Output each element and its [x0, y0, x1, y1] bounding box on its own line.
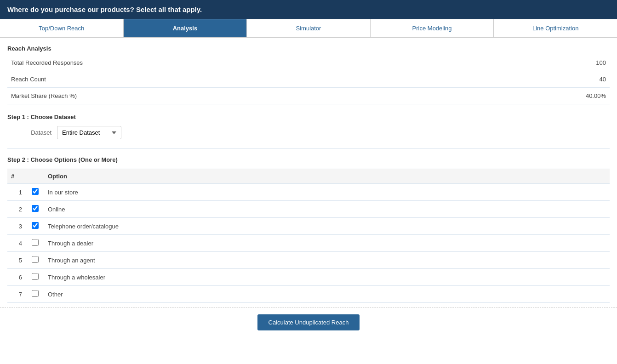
- option-label: Online: [44, 201, 610, 218]
- option-checkbox-7[interactable]: [32, 290, 39, 297]
- reach-analysis-title: Reach Analysis: [7, 45, 610, 52]
- option-row: 6 Through a wholesaler: [7, 269, 610, 286]
- option-label: Through a wholesaler: [44, 269, 610, 286]
- option-label: Through an agent: [44, 252, 610, 269]
- options-table: # Option 1 In our store 2 Online 3 Telep…: [7, 169, 610, 303]
- option-checkbox-4[interactable]: [32, 239, 39, 246]
- reach-analysis-row: Reach Count 40: [7, 71, 610, 88]
- step1-title: Step 1 : Choose Dataset: [7, 114, 610, 120]
- option-checkbox-cell: [26, 201, 44, 218]
- tab-line-optimization[interactable]: Line Optimization: [494, 19, 617, 37]
- tab-simulator[interactable]: Simulator: [247, 19, 371, 37]
- content-area: Reach Analysis Total Recorded Responses …: [0, 38, 617, 303]
- tabs-bar: Top/Down ReachAnalysisSimulatorPrice Mod…: [0, 19, 617, 38]
- tab-price-modeling[interactable]: Price Modeling: [371, 19, 494, 37]
- col-number-header: #: [7, 169, 26, 184]
- dataset-label: Dataset: [15, 129, 51, 136]
- step2-title: Step 2 : Choose Options (One or More): [7, 156, 610, 163]
- option-row: 2 Online: [7, 201, 610, 218]
- dataset-row: Dataset Entire DatasetSubset ASubset B: [7, 126, 610, 139]
- tab-analysis[interactable]: Analysis: [124, 19, 247, 37]
- dataset-select[interactable]: Entire DatasetSubset ASubset B: [57, 126, 121, 139]
- reach-row-value: 100: [454, 55, 610, 71]
- option-row: 1 In our store: [7, 184, 610, 201]
- option-checkbox-cell: [26, 235, 44, 252]
- option-number: 5: [7, 252, 26, 269]
- col-checkbox-header: [26, 169, 44, 184]
- option-checkbox-1[interactable]: [32, 188, 39, 195]
- option-label: Other: [44, 286, 610, 303]
- option-label: Through a dealer: [44, 235, 610, 252]
- page-question: Where do you purchase our products? Sele…: [7, 6, 202, 13]
- option-checkbox-2[interactable]: [32, 205, 39, 212]
- option-label: In our store: [44, 184, 610, 201]
- option-checkbox-cell: [26, 252, 44, 269]
- page-header: Where do you purchase our products? Sele…: [0, 0, 617, 19]
- option-number: 2: [7, 201, 26, 218]
- option-label: Telephone order/catalogue: [44, 218, 610, 235]
- calculate-button[interactable]: Calculate Unduplicated Reach: [257, 314, 360, 330]
- option-checkbox-cell: [26, 184, 44, 201]
- reach-analysis-table: Total Recorded Responses 100 Reach Count…: [7, 55, 610, 104]
- option-row: 5 Through an agent: [7, 252, 610, 269]
- option-row: 7 Other: [7, 286, 610, 303]
- reach-row-value: 40.00%: [454, 88, 610, 104]
- option-number: 4: [7, 235, 26, 252]
- option-checkbox-cell: [26, 218, 44, 235]
- option-row: 3 Telephone order/catalogue: [7, 218, 610, 235]
- option-number: 3: [7, 218, 26, 235]
- reach-row-label: Reach Count: [7, 71, 454, 88]
- option-checkbox-cell: [26, 269, 44, 286]
- tab-top-down-reach[interactable]: Top/Down Reach: [0, 19, 124, 37]
- option-number: 1: [7, 184, 26, 201]
- reach-row-label: Total Recorded Responses: [7, 55, 454, 71]
- option-checkbox-3[interactable]: [32, 222, 39, 229]
- step2-section: Step 2 : Choose Options (One or More) # …: [7, 148, 610, 303]
- option-checkbox-5[interactable]: [32, 256, 39, 263]
- reach-analysis-row: Market Share (Reach %) 40.00%: [7, 88, 610, 104]
- reach-row-value: 40: [454, 71, 610, 88]
- step1-section: Step 1 : Choose Dataset Dataset Entire D…: [7, 114, 610, 139]
- option-checkbox-6[interactable]: [32, 273, 39, 280]
- footer-bar: Calculate Unduplicated Reach: [0, 307, 617, 337]
- option-number: 7: [7, 286, 26, 303]
- options-table-header: # Option: [7, 169, 610, 184]
- reach-row-label: Market Share (Reach %): [7, 88, 454, 104]
- option-row: 4 Through a dealer: [7, 235, 610, 252]
- option-number: 6: [7, 269, 26, 286]
- col-option-header: Option: [44, 169, 610, 184]
- reach-analysis-row: Total Recorded Responses 100: [7, 55, 610, 71]
- option-checkbox-cell: [26, 286, 44, 303]
